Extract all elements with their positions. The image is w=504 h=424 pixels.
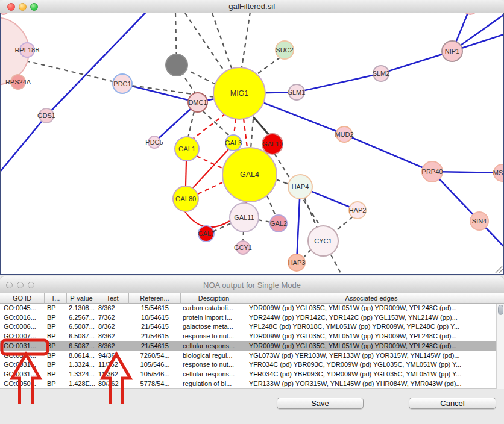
table-cell: 8/362 <box>96 341 129 351</box>
table-cell: 8/362 <box>96 322 129 332</box>
node-label-NIP1: NIP1 <box>445 48 459 55</box>
noa-output-window: NOA output for Single Mode GO IDT...P-va… <box>0 275 504 424</box>
column-header-go-id[interactable]: GO ID <box>0 293 45 304</box>
edge <box>267 196 276 216</box>
table-cell: regulation of bi... <box>181 379 247 389</box>
table-cell: 8/362 <box>96 304 129 313</box>
table-row[interactable]: GO:0007...BP6.5087...8/36221/54615respon… <box>0 332 497 341</box>
edge <box>185 13 228 76</box>
node-label-RPS24A: RPS24A <box>5 78 31 86</box>
table-row[interactable]: GO:0031...BP1.3324...11/362105/546...cel… <box>0 370 497 379</box>
edge <box>242 13 250 67</box>
edge <box>18 59 122 84</box>
edge <box>234 119 236 135</box>
edge <box>344 134 432 172</box>
network-window-titlebar[interactable]: galFiltered.sif <box>0 0 504 13</box>
edge <box>251 119 253 148</box>
node-unnamed-gray[interactable] <box>166 54 187 76</box>
node-label-DMC1: DMC1 <box>188 99 207 106</box>
network-window-title: galFiltered.sif <box>0 2 504 11</box>
results-table-header: GO IDT...P-valueTestReferen...Desciption… <box>0 293 504 304</box>
table-cell: 94/362 <box>96 351 129 361</box>
table-cell: 8/362 <box>96 332 129 341</box>
node-label-PDC5: PDC5 <box>145 139 163 146</box>
table-cell: 7/362 <box>96 313 129 323</box>
node-label-SIN4: SIN4 <box>472 217 487 225</box>
table-cell: 6.5087... <box>67 322 96 332</box>
node-label-GAL10: GAL10 <box>262 140 283 148</box>
noa-window-title: NOA output for Single Mode <box>0 281 504 290</box>
table-row[interactable]: GO:0006...BP6.5087...8/36221/54615galact… <box>0 322 497 332</box>
node-label-SLM2: SLM2 <box>373 70 390 77</box>
node-label-SLM1: SLM1 <box>288 89 306 96</box>
table-cell: 8.0614... <box>67 351 96 361</box>
table-cell: BP <box>45 379 67 389</box>
table-cell: carbon cataboli... <box>181 304 247 313</box>
node-label-GAL80: GAL80 <box>175 195 196 202</box>
table-cell: 1.428E... <box>67 379 96 389</box>
node-cut-left[interactable] <box>1 13 8 14</box>
table-cell: 105/546... <box>129 370 181 379</box>
table-cell: GO:0006... <box>0 322 45 332</box>
column-header-test[interactable]: Test <box>96 293 129 304</box>
table-row[interactable]: GO:0016...BP6.2567...7/36210/54615protei… <box>0 313 497 323</box>
scrollbar-thumb[interactable] <box>498 305 503 315</box>
edge <box>297 73 381 92</box>
node-label-PDC1: PDC1 <box>113 80 131 87</box>
table-cell: response to nut... <box>181 332 247 341</box>
screenshot-root: galFiltered.sif RPL18BRPS24AGDS1PDC1DMC1… <box>0 0 504 424</box>
table-cell: YER133W (pp) YOR315W, YNL145W (pd) YHR08… <box>247 379 496 389</box>
node-cut-top-b[interactable] <box>463 13 477 14</box>
cancel-button[interactable]: Cancel <box>409 398 496 409</box>
vertical-scrollbar[interactable] <box>496 304 504 389</box>
edge <box>186 161 186 186</box>
noa-window-titlebar[interactable]: NOA output for Single Mode <box>0 276 504 293</box>
node-label-GAL2: GAL2 <box>270 220 287 227</box>
column-header-referen-[interactable]: Referen... <box>129 293 181 304</box>
table-cell: galactose meta... <box>181 322 247 332</box>
table-cell: BP <box>45 304 67 313</box>
table-cell: GO:0045... <box>0 304 45 313</box>
table-cell: YDR009W (pd) YGL035C, YML051W (pp) YDR00… <box>247 332 496 341</box>
table-cell: response to nut... <box>181 360 247 370</box>
edge <box>331 255 342 273</box>
table-cell: 6.5087... <box>67 332 96 341</box>
table-row[interactable]: GO:0065...BP8.0614...94/3627260/54...bio… <box>0 351 497 361</box>
table-cell: BP <box>45 351 67 361</box>
nodes-layer: RPL18BRPS24AGDS1PDC1DMC1MIG1PDC5GAL1GAL3… <box>1 13 503 271</box>
node-label-GAL4: GAL4 <box>240 170 259 179</box>
table-cell: BP <box>45 313 67 323</box>
table-cell: 80/362 <box>96 379 129 389</box>
edge <box>244 119 247 148</box>
resize-grip[interactable] <box>496 266 503 273</box>
node-label-GAL1: GAL1 <box>178 145 195 152</box>
node-label-MUD2: MUD2 <box>335 131 353 138</box>
table-cell: GO:0050... <box>0 379 45 389</box>
edge <box>334 217 353 232</box>
table-row[interactable]: GO:0031...BP6.5087...8/36221/54615cellul… <box>0 341 497 351</box>
node-label-SUC2: SUC2 <box>276 46 293 54</box>
table-cell: GO:0031... <box>0 370 45 379</box>
edge <box>258 220 271 222</box>
table-cell: protein import i... <box>181 313 247 323</box>
network-canvas[interactable]: RPL18BRPS24AGDS1PDC1DMC1MIG1PDC5GAL1GAL3… <box>0 13 504 275</box>
table-cell: GO:0007... <box>0 332 45 341</box>
edge <box>253 117 270 136</box>
table-row[interactable]: GO:0050...BP1.428E...80/3625778/54...reg… <box>0 379 497 389</box>
edge <box>381 51 452 73</box>
column-header-t-[interactable]: T... <box>45 293 67 304</box>
results-table: GO:0045...BP2.1308...8/36215/54615carbon… <box>0 304 504 389</box>
table-row[interactable]: GO:0031...BP1.3324...11/362105/546...res… <box>0 360 497 370</box>
column-header-associated-edges[interactable]: Associated edges <box>247 293 496 304</box>
table-cell: YFR034C (pd) YBR093C, YDR009W (pd) YGL03… <box>247 370 496 379</box>
table-row[interactable]: GO:0045...BP2.1308...8/36215/54615carbon… <box>0 304 497 313</box>
table-cell: YDR009W (pd) YGL035C, YML051W (pp) YDR00… <box>247 304 496 313</box>
column-header-p-value[interactable]: P-value <box>67 293 96 304</box>
column-header-desciption[interactable]: Desciption <box>181 293 247 304</box>
save-button[interactable]: Save <box>277 398 364 409</box>
table-cell: BP <box>45 360 67 370</box>
node-label-PRP40: PRP40 <box>422 168 443 175</box>
table-cell: YPL248C (pd) YBR018C, YML051W (pp) YDR00… <box>247 322 496 332</box>
table-cell: 1.3324... <box>67 370 96 379</box>
table-cell: GO:0016... <box>0 313 45 323</box>
